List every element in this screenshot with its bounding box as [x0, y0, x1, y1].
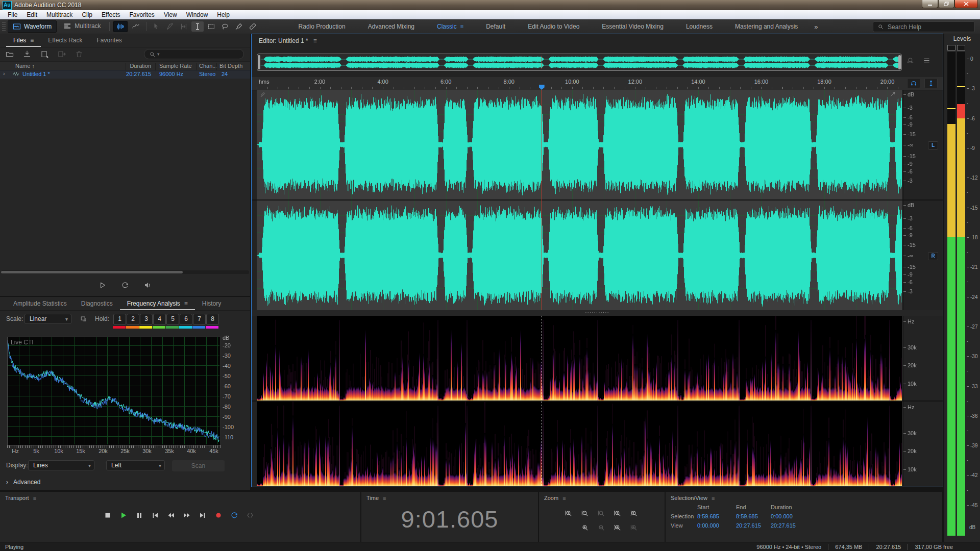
menu-multitrack[interactable]: Multitrack	[42, 10, 77, 19]
rewind-button[interactable]	[165, 510, 177, 520]
tab-favorites[interactable]: Favorites	[90, 34, 129, 47]
close-button[interactable]	[954, 0, 978, 8]
skip-selection-button[interactable]	[244, 510, 256, 520]
zoom-reset-button[interactable]	[628, 522, 640, 533]
waveform-spectral-splitter[interactable]: ···········	[252, 310, 943, 316]
stop-button[interactable]	[102, 510, 113, 520]
pause-button[interactable]	[134, 510, 145, 520]
skip-to-previous-button[interactable]	[150, 510, 161, 520]
panel-menu-icon[interactable]: ≡	[184, 300, 188, 307]
tab-files[interactable]: Files≡	[6, 34, 41, 47]
minimize-button[interactable]	[922, 0, 938, 8]
workspace-loudness[interactable]: Loudness	[675, 23, 724, 30]
record-button[interactable]	[213, 510, 224, 520]
menu-favorites[interactable]: Favorites	[125, 10, 159, 19]
zoom-in-at-in-point-button[interactable]	[611, 508, 624, 518]
row-value[interactable]: 0:00.000	[771, 513, 793, 519]
pin-icon[interactable]	[924, 78, 938, 88]
zoom-in-horizontal-button[interactable]	[579, 522, 591, 533]
waveform-mode-button[interactable]: Waveform	[8, 20, 57, 33]
top-channel-dropdown[interactable]: Left▾	[106, 460, 165, 470]
spectrogram-right-canvas[interactable]	[257, 402, 902, 486]
files-search-input[interactable]: ▾	[144, 49, 244, 59]
corner-resize-icon[interactable]	[890, 91, 896, 97]
hold-button-7[interactable]: 7	[193, 314, 206, 325]
restore-button[interactable]	[938, 0, 954, 8]
waveform-view-toggle[interactable]	[113, 21, 128, 32]
import-file-button[interactable]	[21, 49, 33, 59]
lasso-selection-tool[interactable]	[219, 21, 231, 32]
tab-amplitude-statistics[interactable]: Amplitude Statistics	[6, 297, 74, 310]
column-header-chan[interactable]: Chan...	[199, 63, 217, 69]
workspace-classic[interactable]: Classic≡	[426, 23, 475, 30]
column-header-duration[interactable]: Duration	[130, 63, 151, 69]
panel-menu-icon[interactable]: ≡	[33, 495, 36, 501]
display-dropdown[interactable]: Lines▾	[28, 460, 94, 470]
panel-menu-icon[interactable]: ≡	[562, 495, 566, 501]
marquee-selection-tool[interactable]	[205, 21, 217, 32]
panel-options-icon[interactable]	[923, 57, 930, 64]
panel-menu-icon[interactable]: ≡	[712, 495, 715, 501]
spectrogram-left-canvas[interactable]	[257, 316, 902, 400]
spectrogram-left-channel[interactable]	[257, 316, 902, 400]
row-value[interactable]: 20:27.615	[736, 522, 761, 529]
clip-indicator-left[interactable]	[947, 45, 955, 51]
scrollbar-thumb[interactable]	[1, 271, 183, 273]
time-display[interactable]: 9:01.605	[361, 505, 538, 533]
workspace-advanced-mixing[interactable]: Advanced Mixing	[357, 23, 426, 30]
files-horizontal-scrollbar[interactable]	[1, 270, 249, 274]
copy-graph-icon[interactable]	[78, 314, 90, 324]
razor-tool[interactable]	[164, 21, 176, 32]
time-selection-tool[interactable]	[191, 21, 204, 32]
fast-forward-button[interactable]	[181, 510, 192, 520]
zoom-out-at-selection-button[interactable]	[611, 522, 624, 533]
overview-waveform-canvas[interactable]	[259, 56, 900, 69]
workspace-default[interactable]: Default	[475, 23, 517, 30]
expander-icon[interactable]: ›	[3, 70, 5, 77]
zoom-out-vertical-button[interactable]	[579, 508, 591, 518]
hold-button-5[interactable]: 5	[166, 314, 179, 325]
spot-healing-brush-tool[interactable]	[247, 21, 259, 32]
clip-indicator-right[interactable]	[957, 45, 965, 51]
preview-loop-button[interactable]	[119, 280, 131, 290]
menu-edit[interactable]: Edit	[22, 10, 42, 19]
overview-navigator[interactable]	[257, 54, 902, 71]
column-header-name[interactable]: Name ↑	[15, 63, 35, 69]
hold-button-2[interactable]: 2	[127, 314, 139, 325]
panel-menu-icon[interactable]: ≡	[313, 37, 317, 44]
tab-frequency-analysis[interactable]: Frequency Analysis≡	[120, 297, 195, 310]
menu-help[interactable]: Help	[212, 10, 234, 19]
hold-button-1[interactable]: 1	[113, 314, 126, 325]
panel-menu-icon[interactable]: ≡	[30, 37, 34, 44]
menu-file[interactable]: File	[3, 10, 22, 19]
playhead-line-spectral[interactable]	[542, 316, 542, 486]
menu-clip[interactable]: Clip	[77, 10, 97, 19]
spectral-view-toggle[interactable]	[129, 21, 142, 31]
timeline-ruler[interactable]: hms 2:004:006:008:0010:0012:0014:0016:00…	[252, 77, 943, 90]
toolbar-grip[interactable]	[2, 22, 6, 31]
zoom-in-vertical-button[interactable]	[562, 508, 575, 518]
paintbrush-selection-tool[interactable]	[233, 21, 245, 32]
row-value[interactable]: 8:59.685	[697, 513, 719, 519]
row-value[interactable]: 8:59.685	[736, 513, 758, 519]
play-button[interactable]	[118, 510, 129, 520]
playhead-line[interactable]	[542, 90, 542, 310]
hold-button-8[interactable]: 8	[206, 314, 219, 325]
menu-window[interactable]: Window	[182, 10, 213, 19]
scan-button[interactable]: Scan	[172, 460, 225, 471]
row-value[interactable]: 20:27.615	[771, 522, 796, 529]
move-tool[interactable]	[150, 21, 162, 32]
skip-to-next-button[interactable]	[197, 510, 208, 520]
title-bar[interactable]: Au Adobe Audition CC 2018	[0, 0, 980, 10]
waveform-left-channel[interactable]	[257, 90, 902, 199]
waveform-right-canvas[interactable]	[257, 201, 902, 310]
search-help-input[interactable]: Search Help	[873, 21, 975, 32]
file-row[interactable]: ›Untitled 1 *20:27.61596000 HzStereo24	[0, 70, 250, 79]
channel-badge-l[interactable]: L	[928, 141, 938, 149]
column-header-samplerate[interactable]: Sample Rate	[159, 63, 192, 69]
hold-button-6[interactable]: 6	[180, 314, 192, 325]
waveform-left-canvas[interactable]	[257, 90, 902, 199]
zoom-in-at-out-point-button[interactable]	[628, 508, 640, 518]
loop-playback-button[interactable]	[229, 510, 240, 520]
hold-button-4[interactable]: 4	[153, 314, 166, 325]
